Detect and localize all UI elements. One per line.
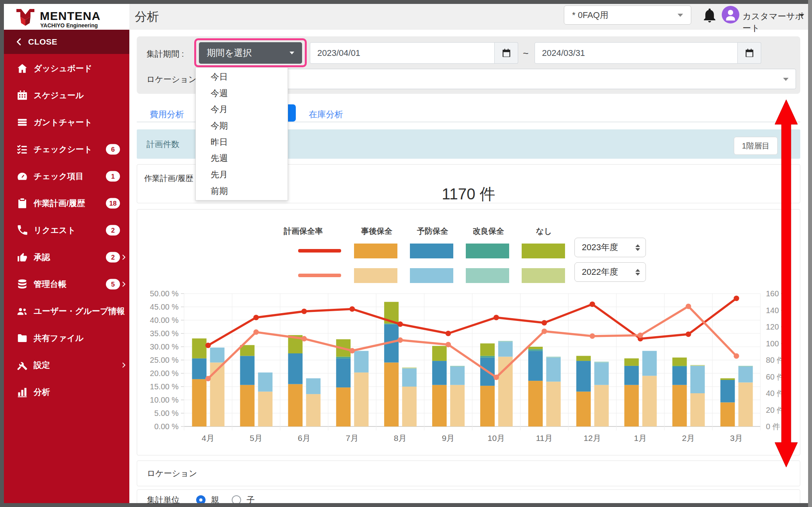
sidebar-item-label: ガントチャート bbox=[34, 117, 92, 128]
annotation-arrow bbox=[773, 98, 800, 469]
chart-icon bbox=[16, 386, 28, 398]
chevron-down-icon bbox=[290, 52, 294, 54]
phone-icon bbox=[16, 224, 28, 236]
tab-cost-analysis[interactable]: 費用分析 bbox=[150, 109, 184, 120]
calendar-icon bbox=[16, 90, 28, 101]
sidebar-item-label: ダッシュボード bbox=[34, 63, 92, 74]
svg-text:40.00 %: 40.00 % bbox=[150, 316, 179, 324]
sidebar-item[interactable]: 設定 bbox=[4, 352, 129, 378]
date-from-input[interactable] bbox=[310, 42, 495, 64]
date-from-calendar-button[interactable] bbox=[495, 42, 518, 64]
period-menu-item[interactable]: 今週 bbox=[196, 85, 288, 102]
workspace-select-value: * 0FAQ用 bbox=[572, 9, 608, 21]
count-badge: 2 bbox=[106, 225, 120, 236]
chevron-down-icon bbox=[799, 14, 804, 17]
app-window: MENTENA YACHIYO Engineering 分析 * 0FAQ用 カ… bbox=[0, 0, 812, 507]
period-menu-item[interactable]: 先月 bbox=[196, 167, 288, 183]
chevron-right-icon bbox=[121, 362, 127, 368]
date-to-input[interactable] bbox=[535, 42, 738, 64]
tab-inventory-analysis[interactable]: 在庫分析 bbox=[309, 109, 343, 120]
gauge-icon bbox=[16, 170, 28, 182]
sidebar-item-label: 設定 bbox=[34, 360, 50, 371]
svg-text:10月: 10月 bbox=[488, 434, 505, 443]
svg-text:6月: 6月 bbox=[298, 434, 311, 443]
svg-text:35.00 %: 35.00 % bbox=[150, 329, 179, 338]
svg-text:20.00 %: 20.00 % bbox=[150, 369, 179, 378]
sidebar-item[interactable]: ユーザー・グループ情報 bbox=[4, 298, 129, 324]
svg-text:1月: 1月 bbox=[634, 434, 647, 443]
window-frame-right bbox=[808, 0, 812, 507]
window-frame-left bbox=[0, 0, 4, 507]
sidebar-item[interactable]: 管理台帳5 bbox=[4, 271, 129, 297]
svg-text:11月: 11月 bbox=[536, 434, 553, 443]
svg-text:25.00 %: 25.00 % bbox=[150, 356, 179, 364]
location-filter-label: ロケーション bbox=[147, 74, 197, 85]
period-menu-item[interactable]: 昨日 bbox=[196, 134, 288, 150]
period-select-button[interactable]: 期間を選択 bbox=[199, 42, 302, 64]
chevron-left-icon bbox=[15, 37, 23, 48]
chevron-right-icon bbox=[121, 254, 127, 260]
svg-text:3月: 3月 bbox=[730, 434, 743, 443]
chevron-down-icon bbox=[678, 14, 683, 17]
sidebar-item-label: チェック項目 bbox=[34, 171, 84, 182]
svg-text:5.00 %: 5.00 % bbox=[154, 409, 179, 417]
sidebar-item[interactable]: チェックシート6 bbox=[4, 136, 129, 163]
chevron-right-icon bbox=[121, 281, 127, 287]
gantt-icon bbox=[16, 116, 28, 128]
sidebar-item-label: 作業計画/履歴 bbox=[34, 198, 85, 209]
period-menu-item[interactable]: 今月 bbox=[196, 101, 288, 118]
svg-text:4月: 4月 bbox=[202, 434, 215, 443]
count-badge: 6 bbox=[106, 144, 120, 155]
period-menu-item[interactable]: 先週 bbox=[196, 150, 288, 167]
date-to-calendar-button[interactable] bbox=[738, 42, 761, 64]
sidebar-item[interactable]: 承認2 bbox=[4, 244, 129, 271]
count-badge: 1 bbox=[106, 171, 120, 182]
logo-subtitle: YACHIYO Engineering bbox=[40, 22, 98, 29]
clipboard-icon bbox=[16, 197, 28, 209]
workspace-select[interactable]: * 0FAQ用 bbox=[564, 5, 691, 25]
sidebar: CLOSE ダッシュボードスケジュールガントチャートチェックシート6チェック項目… bbox=[4, 30, 129, 503]
period-menu-item[interactable]: 前期 bbox=[196, 183, 288, 199]
sidebar-item-label: 共有ファイル bbox=[34, 333, 84, 344]
window-frame-bottom bbox=[0, 503, 812, 507]
folder-icon bbox=[16, 332, 28, 344]
notification-bell-icon[interactable] bbox=[701, 7, 718, 24]
sidebar-item[interactable]: 共有ファイル bbox=[4, 325, 129, 351]
svg-text:12月: 12月 bbox=[584, 434, 601, 443]
sidebar-item[interactable]: 作業計画/履歴18 bbox=[4, 190, 129, 217]
plan-total-card-label: 作業計画/履歴 bbox=[144, 173, 193, 184]
period-menu-item[interactable]: 今期 bbox=[196, 118, 288, 134]
location-select[interactable] bbox=[199, 69, 796, 89]
chevron-down-icon bbox=[783, 78, 789, 81]
tools-icon bbox=[16, 359, 28, 371]
page-title: 分析 bbox=[135, 9, 159, 25]
sidebar-item-label: チェックシート bbox=[34, 144, 92, 155]
sidebar-item-label: 承認 bbox=[34, 252, 50, 263]
checksheet-icon bbox=[16, 143, 28, 155]
logo-title: MENTENA bbox=[40, 9, 100, 23]
svg-text:30.00 %: 30.00 % bbox=[150, 342, 179, 351]
sidebar-item[interactable]: チェック項目1 bbox=[4, 163, 129, 190]
location-section-row[interactable]: ロケーション bbox=[137, 460, 800, 486]
layer-select-button[interactable]: 1階層目 bbox=[734, 137, 778, 155]
svg-text:15.00 %: 15.00 % bbox=[150, 382, 179, 391]
sidebar-close-label: CLOSE bbox=[28, 37, 57, 47]
sidebar-item-label: 管理台帳 bbox=[34, 279, 66, 290]
sidebar-item[interactable]: ダッシュボード bbox=[4, 55, 129, 82]
sidebar-item[interactable]: リクエスト2 bbox=[4, 217, 129, 244]
sidebar-item[interactable]: ガントチャート bbox=[4, 109, 129, 136]
period-menu-item[interactable]: 今日 bbox=[196, 69, 288, 85]
svg-text:0.00 %: 0.00 % bbox=[154, 422, 179, 431]
user-avatar[interactable] bbox=[722, 6, 739, 23]
svg-text:5月: 5月 bbox=[250, 434, 263, 443]
database-icon bbox=[16, 278, 28, 290]
sidebar-item-label: スケジュール bbox=[34, 90, 84, 101]
combo-chart: 0.00 %5.00 %10.00 %15.00 %20.00 %25.00 %… bbox=[137, 210, 801, 456]
sidebar-close-button[interactable]: CLOSE bbox=[4, 30, 129, 54]
sidebar-item[interactable]: 分析 bbox=[4, 379, 129, 405]
period-dropdown-menu: 今日今週今月今期昨日先週先月前期 bbox=[195, 67, 288, 201]
sidebar-item[interactable]: スケジュール bbox=[4, 82, 129, 109]
svg-text:50.00 %: 50.00 % bbox=[150, 289, 179, 298]
window-frame-top bbox=[0, 0, 812, 4]
logo-panel[interactable]: MENTENA YACHIYO Engineering bbox=[4, 4, 129, 30]
